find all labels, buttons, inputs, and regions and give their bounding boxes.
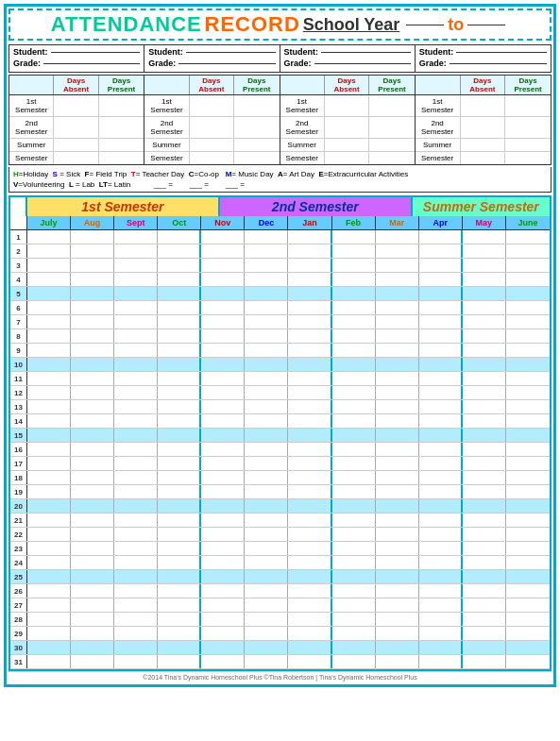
day-7-month-6[interactable] (245, 315, 288, 328)
day-29-month-8[interactable] (332, 627, 376, 640)
day-21-month-1[interactable] (27, 514, 71, 527)
day-24-month-5[interactable] (201, 556, 245, 569)
day-23-month-6[interactable] (245, 542, 288, 555)
day-6-month-2[interactable] (71, 301, 114, 314)
day-22-month-6[interactable] (245, 528, 288, 541)
day-9-month-8[interactable] (332, 344, 376, 357)
day-18-month-8[interactable] (332, 471, 376, 484)
day-5-month-12[interactable] (506, 287, 550, 300)
day-2-month-8[interactable] (332, 244, 376, 258)
day-23-month-3[interactable] (114, 542, 158, 555)
day-18-month-7[interactable] (288, 471, 331, 484)
day-4-month-3[interactable] (114, 273, 158, 286)
day-1-month-2[interactable] (71, 230, 114, 244)
day-8-month-10[interactable] (419, 329, 463, 343)
day-16-month-3[interactable] (114, 443, 158, 456)
day-3-month-12[interactable] (506, 259, 550, 272)
day-11-month-7[interactable] (288, 372, 331, 385)
day-3-month-10[interactable] (419, 259, 463, 272)
day-28-month-12[interactable] (506, 613, 550, 626)
day-22-month-11[interactable] (463, 528, 506, 541)
day-1-month-8[interactable] (332, 230, 376, 244)
day-27-month-5[interactable] (201, 598, 245, 612)
day-6-month-5[interactable] (201, 301, 245, 314)
day-25-month-7[interactable] (288, 570, 331, 583)
day-5-month-7[interactable] (288, 287, 331, 300)
day-28-month-4[interactable] (158, 613, 201, 626)
day-27-month-12[interactable] (506, 598, 550, 612)
day-20-month-5[interactable] (201, 499, 245, 513)
day-30-month-7[interactable] (288, 641, 331, 654)
day-16-month-12[interactable] (506, 443, 550, 456)
day-31-month-5[interactable] (201, 655, 245, 668)
day-5-month-6[interactable] (245, 287, 288, 300)
day-4-month-10[interactable] (419, 273, 463, 286)
day-31-month-11[interactable] (463, 655, 506, 668)
day-11-month-5[interactable] (201, 372, 245, 385)
day-15-month-6[interactable] (245, 429, 288, 442)
day-21-month-7[interactable] (288, 514, 331, 527)
day-16-month-1[interactable] (27, 443, 71, 456)
day-21-month-10[interactable] (419, 514, 463, 527)
day-2-month-12[interactable] (506, 244, 550, 258)
day-7-month-5[interactable] (201, 315, 245, 328)
day-2-month-9[interactable] (376, 244, 419, 258)
day-14-month-10[interactable] (419, 414, 463, 428)
day-11-month-9[interactable] (376, 372, 419, 385)
day-20-month-7[interactable] (288, 499, 331, 513)
day-9-month-3[interactable] (114, 344, 158, 357)
day-27-month-3[interactable] (114, 598, 158, 612)
day-29-month-12[interactable] (506, 627, 550, 640)
day-8-month-1[interactable] (27, 329, 71, 343)
day-3-month-1[interactable] (27, 259, 71, 272)
day-17-month-9[interactable] (376, 457, 419, 470)
day-18-month-5[interactable] (201, 471, 245, 484)
day-8-month-7[interactable] (288, 329, 331, 343)
day-11-month-6[interactable] (245, 372, 288, 385)
day-19-month-5[interactable] (201, 485, 245, 498)
day-12-month-4[interactable] (158, 386, 201, 399)
day-31-month-8[interactable] (332, 655, 376, 668)
day-22-month-2[interactable] (71, 528, 114, 541)
day-8-month-5[interactable] (201, 329, 245, 343)
day-26-month-9[interactable] (376, 584, 419, 598)
day-1-month-11[interactable] (463, 230, 506, 244)
day-1-month-7[interactable] (288, 230, 331, 244)
day-17-month-3[interactable] (114, 457, 158, 470)
day-11-month-4[interactable] (158, 372, 201, 385)
day-4-month-8[interactable] (332, 273, 376, 286)
day-3-month-2[interactable] (71, 259, 114, 272)
day-6-month-11[interactable] (463, 301, 506, 314)
day-19-month-2[interactable] (71, 485, 114, 498)
day-25-month-12[interactable] (506, 570, 550, 583)
day-3-month-9[interactable] (376, 259, 419, 272)
day-29-month-4[interactable] (158, 627, 201, 640)
day-8-month-8[interactable] (332, 329, 376, 343)
day-19-month-8[interactable] (332, 485, 376, 498)
day-27-month-2[interactable] (71, 598, 114, 612)
day-24-month-10[interactable] (419, 556, 463, 569)
day-21-month-11[interactable] (463, 514, 506, 527)
day-5-month-5[interactable] (201, 287, 245, 300)
day-7-month-9[interactable] (376, 315, 419, 328)
day-26-month-10[interactable] (419, 584, 463, 598)
day-15-month-5[interactable] (201, 429, 245, 442)
day-22-month-10[interactable] (419, 528, 463, 541)
day-11-month-8[interactable] (332, 372, 376, 385)
day-8-month-2[interactable] (71, 329, 114, 343)
day-17-month-6[interactable] (245, 457, 288, 470)
day-7-month-2[interactable] (71, 315, 114, 328)
day-5-month-3[interactable] (114, 287, 158, 300)
day-15-month-1[interactable] (27, 429, 71, 442)
day-24-month-8[interactable] (332, 556, 376, 569)
day-22-month-8[interactable] (332, 528, 376, 541)
day-13-month-10[interactable] (419, 400, 463, 413)
day-18-month-1[interactable] (27, 471, 71, 484)
day-13-month-4[interactable] (158, 400, 201, 413)
day-25-month-4[interactable] (158, 570, 201, 583)
day-26-month-1[interactable] (27, 584, 71, 598)
day-7-month-8[interactable] (332, 315, 376, 328)
day-24-month-2[interactable] (71, 556, 114, 569)
day-12-month-1[interactable] (27, 386, 71, 399)
day-10-month-10[interactable] (419, 358, 463, 371)
